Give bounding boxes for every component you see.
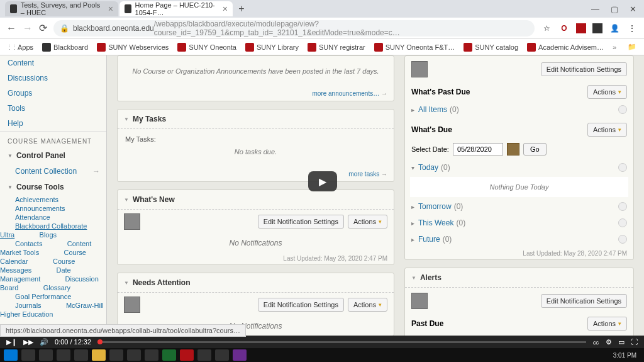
tab-title: Tests, Surveys, and Pools – HUEC [21,1,103,16]
taskbar-app[interactable] [109,349,123,361]
whats-new-module: What's New Edit Notification Settings Ac… [117,189,394,265]
start-button[interactable] [4,349,18,361]
tomorrow-row[interactable]: Tomorrow (0) [405,198,633,215]
alerts-header[interactable]: Alerts [405,268,633,288]
search-button[interactable] [21,349,35,361]
my-tasks-header[interactable]: My Tasks [118,110,394,129]
all-items-row[interactable]: All Items (0) [405,101,633,118]
favicon-icon [125,4,131,13]
youtube-icon[interactable]: ▭ [618,338,625,346]
edit-notification-button[interactable]: Edit Notification Settings [258,298,344,312]
star-icon[interactable]: ☆ [541,23,552,34]
taskbar-app[interactable] [145,349,158,361]
new-tab-button[interactable]: + [234,3,249,14]
sidebar-link-groups[interactable]: Groups [0,86,106,101]
minimize-icon[interactable]: — [591,4,599,14]
maximize-icon[interactable]: ▢ [611,4,618,14]
edit-notification-button[interactable]: Edit Notification Settings [258,215,344,229]
taskbar-app[interactable] [57,349,70,361]
taskbar-app[interactable] [162,349,176,361]
progress-bar[interactable] [97,341,586,343]
refresh-icon[interactable] [618,202,627,211]
cc-icon[interactable]: ㏄ [592,337,599,347]
fullscreen-icon[interactable]: ⛶ [631,338,638,346]
arrow-right-icon[interactable]: → [92,167,100,176]
actions-button[interactable]: Actions▾ [587,317,627,331]
actions-button[interactable]: Actions▾ [348,215,387,229]
go-button[interactable]: Go [523,143,547,156]
bookmark-item[interactable]: SUNY Library [245,43,299,52]
menu-icon[interactable]: ⋮ [626,23,638,34]
actions-button[interactable]: Actions▾ [587,123,627,137]
task-view-button[interactable] [39,349,53,361]
edit-notification-button[interactable]: Edit Notification Settings [541,294,627,308]
next-icon[interactable]: ▶▶ [23,338,33,346]
tab-title: Home Page – HUEC-210-1054-F… [135,1,218,16]
close-icon[interactable]: × [223,4,228,14]
refresh-icon[interactable] [618,163,627,172]
future-row[interactable]: Future (0) [405,231,633,247]
bookmark-item[interactable]: Academic Advisem… [527,43,604,52]
bookmark-item[interactable]: SUNY Oneonta F&T… [374,43,455,52]
browser-tab-1[interactable]: Tests, Surveys, and Pools – HUEC × [5,1,118,16]
refresh-icon[interactable] [618,218,627,227]
taskbar-app[interactable] [92,349,106,361]
actions-button[interactable]: Actions▾ [348,298,387,312]
video-play-button[interactable]: ▶ [308,171,337,191]
close-icon[interactable]: × [108,4,113,14]
close-window-icon[interactable]: ✕ [630,4,636,14]
whats-new-header[interactable]: What's New [118,190,394,210]
apps-button[interactable]: Apps [6,43,33,52]
bookmarks-bar: Apps Blackboard SUNY Webservices SUNY On… [0,39,644,55]
sidebar-link-content[interactable]: Content [0,55,106,71]
actions-button[interactable]: Actions▾ [587,85,627,99]
ext-icon[interactable] [576,23,586,33]
bookmark-item[interactable]: SUNY Oneonta [177,43,236,52]
play-icon[interactable]: ▶❙ [6,338,17,346]
needs-attention-header[interactable]: Needs Attention [118,273,394,293]
taskbar-app[interactable] [233,349,247,361]
edit-notification-button[interactable]: Edit Notification Settings [541,62,627,76]
pdf-icon[interactable] [592,23,602,33]
chevron-down-icon: ▾ [379,218,382,225]
this-week-row[interactable]: This Week (0) [405,215,633,231]
reload-icon[interactable]: ⟳ [39,22,47,34]
sidebar-link-tools[interactable]: Tools [0,101,106,116]
bookmarks-overflow[interactable]: » [613,43,616,51]
date-input[interactable] [453,143,503,156]
profile-icon[interactable]: 👤 [609,23,620,34]
opera-icon[interactable]: O [558,23,570,34]
today-row[interactable]: Today (0) [405,159,633,176]
sidebar-link-discussions[interactable]: Discussions [0,71,106,86]
avatar [124,213,140,230]
settings-icon[interactable]: ⚙ [606,338,612,346]
calendar-icon[interactable] [507,143,519,156]
site-icon [97,43,106,52]
taskbar-app[interactable] [180,349,194,361]
site-icon [374,43,383,52]
refresh-icon[interactable] [618,235,627,244]
taskbar-app[interactable] [127,349,141,361]
windows-taskbar: 3:01 PM [0,348,644,362]
taskbar-app[interactable] [197,349,211,361]
bookmark-item[interactable]: SUNY registrar [308,43,365,52]
taskbar-app[interactable] [74,349,88,361]
sidebar-link-help[interactable]: Help [0,116,106,131]
browser-tab-2[interactable]: Home Page – HUEC-210-1054-F… × [119,1,233,16]
volume-icon[interactable]: 🔊 [40,338,48,346]
course-tools-toggle[interactable]: Course Tools [0,179,106,195]
content-collection-link[interactable]: Content Collection [0,164,84,179]
forward-icon[interactable]: → [23,23,33,34]
bookmark-item[interactable]: SUNY Webservices [97,43,169,52]
bookmark-item[interactable]: SUNY catalog [464,43,518,52]
control-panel-toggle[interactable]: Control Panel [0,147,106,164]
more-announcements-link[interactable]: more announcements… [312,90,379,97]
site-icon [42,43,51,52]
taskbar-clock[interactable]: 3:01 PM [613,352,640,359]
taskbar-app[interactable] [215,349,229,361]
bookmark-item[interactable]: Blackboard [42,43,88,52]
url-field[interactable]: 🔒 blackboard.oneonta.edu /webapps/blackb… [53,20,535,37]
more-tasks-link[interactable]: more tasks [348,171,379,178]
refresh-icon[interactable] [618,105,627,114]
back-icon[interactable]: ← [6,23,16,34]
